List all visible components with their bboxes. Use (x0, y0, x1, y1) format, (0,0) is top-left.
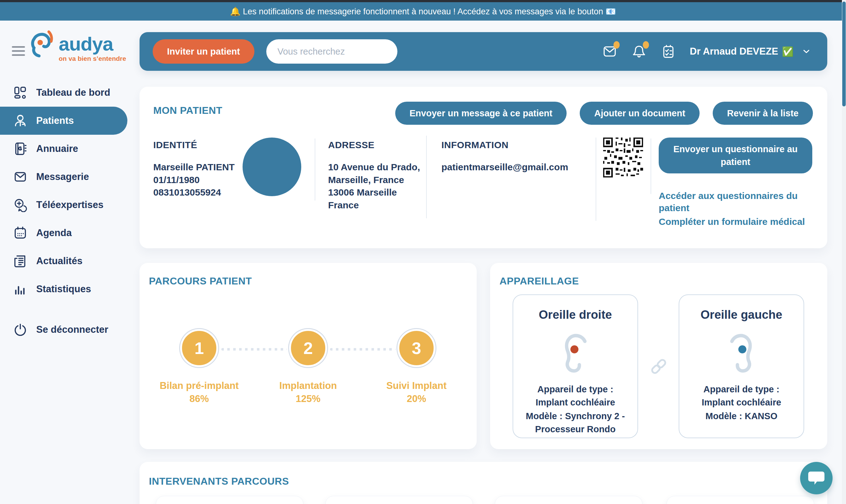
topbar: Inviter un patient Dr Arnaud DEVEZE ✅ (140, 32, 827, 71)
window-edge (0, 0, 846, 2)
logo-name: audya (59, 34, 126, 54)
chat-bubble-icon (807, 470, 825, 487)
patient-email: patientmarseille@gmail.com (442, 161, 588, 174)
notifications-button[interactable] (631, 44, 647, 59)
patient-birth-date: 01/11/1980 (153, 174, 247, 186)
qr-code (603, 138, 643, 178)
sidebar-item-label: Patients (36, 115, 74, 126)
invite-patient-button[interactable]: Inviter un patient (153, 39, 255, 64)
left-ear-card: Oreille gauche Appareil de type : Implan… (679, 294, 804, 438)
patient-questionnaires-link[interactable]: Accéder aux questionnaires du patient (659, 190, 827, 214)
sidebar-item-teleexpertises[interactable]: Téléexpertises (0, 191, 134, 219)
information-label: INFORMATION (442, 140, 508, 150)
sidebar-nav: Tableau de bord Patients Annuaire Messag… (0, 78, 134, 344)
left-ear-title: Oreille gauche (701, 308, 782, 322)
step-label: Implantation (279, 380, 337, 391)
right-ear-model: Modèle : Synchrony 2 - Processeur Rondo (524, 410, 627, 436)
patient-id-number: 0831013055924 (153, 186, 247, 199)
intervenant-card-stub[interactable] (325, 496, 473, 504)
directory-icon (13, 142, 28, 156)
step-label: Bilan pré-implant (159, 380, 239, 391)
notification-dot (643, 41, 649, 49)
add-document-button[interactable]: Ajouter un document (580, 102, 700, 125)
step-percent: 86% (189, 393, 209, 404)
divider (595, 138, 596, 221)
intervenant-card-stub[interactable] (495, 496, 642, 504)
calendar-icon (13, 226, 28, 240)
divider (426, 136, 427, 218)
banner-text: 🔔 Les notifications de messagerie foncti… (230, 6, 616, 17)
medical-form-link[interactable]: Compléter un formulaire médical (659, 216, 827, 228)
left-ear-model: Modèle : KANSO (690, 410, 793, 422)
left-ear-type: Appareil de type : Implant cochléaire (690, 383, 793, 409)
app-logo[interactable]: audya on va bien s’entendre (30, 29, 126, 62)
sidebar-item-logout[interactable]: Se déconnecter (0, 316, 134, 344)
sidebar-item-statistiques[interactable]: Statistiques (0, 275, 134, 303)
sidebar-item-patients[interactable]: Patients (0, 107, 127, 135)
step-percent: 125% (296, 393, 320, 404)
address-label: ADRESSE (328, 140, 375, 150)
right-ear-title: Oreille droite (539, 308, 612, 322)
identity-values: Marseille PATIENT 01/11/1980 08310130559… (153, 161, 247, 199)
intervenants-card: INTERVENANTS PARCOURS (140, 462, 827, 504)
right-ear-card: Oreille droite Appareil de type : Implan… (513, 294, 638, 438)
step-label: Suivi Implant (386, 380, 447, 391)
scrollbar-thumb[interactable] (842, 2, 846, 106)
intervenant-card-stub[interactable] (156, 496, 304, 504)
parcours-step-2: 2 Implantation 125% (255, 329, 361, 404)
address-street: 10 Avenue du Prado, Marseille, France (328, 161, 422, 186)
tasks-button[interactable] (660, 44, 676, 59)
chevron-down-icon (801, 46, 812, 57)
messages-button[interactable] (602, 44, 618, 59)
send-message-button[interactable]: Envoyer un message à ce patient (395, 102, 567, 125)
patient-card-title: MON PATIENT (153, 105, 222, 116)
patient-actions: Envoyer un message à ce patient Ajouter … (395, 102, 813, 125)
patient-name: Marseille PATIENT (153, 161, 247, 174)
hamburger-menu-icon[interactable] (12, 46, 25, 57)
appareillage-title: APPAREILLAGE (500, 275, 579, 287)
tasks-icon (660, 44, 676, 59)
dashboard-icon (13, 86, 28, 100)
back-to-list-button[interactable]: Revenir à la liste (713, 102, 813, 125)
mail-icon (13, 170, 28, 184)
address-values: 10 Avenue du Prado, Marseille, France 13… (328, 161, 422, 212)
step-number-badge: 2 (289, 329, 327, 367)
teleexpertise-icon (13, 198, 28, 212)
sidebar-item-tableau-de-bord[interactable]: Tableau de bord (0, 78, 134, 107)
sidebar-item-annuaire[interactable]: Annuaire (0, 135, 134, 163)
chat-fab-button[interactable] (800, 462, 833, 494)
parcours-title: PARCOURS PATIENT (149, 275, 252, 287)
divider (651, 139, 651, 194)
identity-label: IDENTITÉ (153, 140, 197, 150)
step-percent: 20% (407, 393, 426, 404)
address-postal-city: 13006 Marseille (328, 186, 422, 199)
link-icon (649, 357, 669, 376)
sidebar-item-actualites[interactable]: Actualités (0, 247, 134, 275)
divider (315, 139, 315, 200)
send-questionnaire-button[interactable]: Envoyer un questionnaire au patient (659, 138, 812, 174)
left-ear-icon (724, 330, 759, 376)
intervenants-title: INTERVENANTS PARCOURS (149, 475, 289, 487)
sidebar-item-label: Annuaire (36, 143, 78, 155)
user-name: Dr Arnaud DEVEZE (690, 46, 778, 57)
parcours-patient-card: PARCOURS PATIENT 1 Bilan pré-implant 86%… (140, 263, 477, 449)
search-input[interactable] (266, 39, 397, 64)
sidebar-item-label: Téléexpertises (36, 199, 103, 211)
logo-tagline: on va bien s’entendre (59, 55, 126, 62)
sidebar-item-agenda[interactable]: Agenda (0, 219, 134, 247)
sidebar-item-messagerie[interactable]: Messagerie (0, 163, 134, 191)
intervenant-card-stub[interactable] (667, 496, 814, 504)
right-ear-icon (558, 330, 592, 376)
avatar (243, 138, 301, 196)
address-country: France (328, 199, 422, 212)
step-number-badge: 1 (180, 329, 218, 367)
step-number-badge: 3 (397, 329, 435, 367)
sidebar-item-label: Tableau de bord (36, 87, 110, 98)
news-icon (13, 254, 28, 268)
notification-banner: 🔔 Les notifications de messagerie foncti… (0, 2, 846, 21)
parcours-step-1: 1 Bilan pré-implant 86% (146, 329, 252, 404)
notification-dot (614, 41, 620, 49)
appareillage-card: APPAREILLAGE Oreille droite Appareil de … (490, 263, 827, 449)
sidebar-item-label: Statistiques (36, 284, 91, 295)
user-menu[interactable]: Dr Arnaud DEVEZE ✅ (690, 46, 812, 57)
